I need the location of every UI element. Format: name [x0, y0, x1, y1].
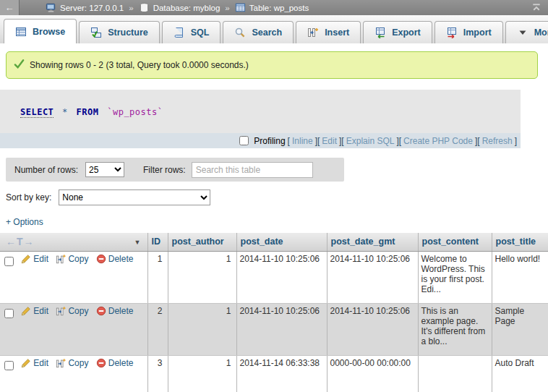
tab-label: Import — [463, 27, 492, 38]
cell-post-date[interactable]: 2014-11-10 10:25:06 — [236, 303, 327, 355]
bracket: [ — [341, 136, 343, 146]
back-arrow-icon: ← — [5, 2, 14, 13]
back-button[interactable]: ← — [0, 0, 20, 15]
delete-icon — [96, 358, 106, 368]
bracket: [ — [477, 136, 479, 146]
tab-import[interactable]: Import — [434, 21, 503, 43]
tab-label: Structure — [108, 27, 148, 38]
cell-post-date-gmt[interactable]: 2014-11-10 10:25:06 — [327, 303, 418, 355]
header-post-author[interactable]: post_author — [168, 233, 236, 251]
copy-action[interactable]: Copy — [56, 306, 88, 316]
query-link-explain-sql[interactable]: Explain SQL — [346, 136, 395, 146]
header-post-date-gmt[interactable]: post_date_gmt — [327, 233, 418, 251]
delete-action[interactable]: Delete — [96, 358, 134, 368]
table-row: Edit Copy Delete 2 1 2014-11-10 10:25:06… — [0, 303, 548, 355]
delete-link[interactable]: Delete — [108, 358, 134, 368]
delete-link[interactable]: Delete — [108, 254, 134, 264]
query-link-refresh[interactable]: Refresh — [482, 136, 513, 146]
sort-by-key-select[interactable]: None — [59, 189, 210, 205]
cell-id[interactable]: 3 — [147, 355, 168, 392]
profiling-checkbox[interactable] — [239, 136, 249, 145]
edit-link[interactable]: Edit — [33, 254, 48, 264]
cell-post-date-gmt[interactable]: 2014-11-10 10:25:06 — [327, 251, 418, 303]
cell-post-content[interactable]: This is an example page. It's different … — [418, 303, 492, 355]
cell-post-title[interactable]: Auto Draft — [492, 355, 548, 392]
filter-rows-input[interactable] — [192, 162, 313, 178]
export-icon — [374, 27, 386, 38]
database-icon — [139, 2, 150, 13]
cell-id[interactable]: 1 — [147, 251, 168, 303]
server-icon — [46, 2, 56, 13]
collapse-panel-icon[interactable] — [531, 2, 542, 13]
cell-post-date[interactable]: 2014-11-14 06:33:38 — [236, 355, 327, 392]
cell-id[interactable]: 2 — [147, 303, 168, 355]
row-checkbox[interactable] — [4, 361, 14, 370]
cell-post-date-gmt[interactable]: 0000-00-00 00:00:00 — [327, 355, 418, 392]
bracket: [ — [399, 136, 401, 146]
edit-link[interactable]: Edit — [33, 358, 48, 368]
bracket: [ — [317, 136, 320, 146]
delete-icon — [96, 306, 106, 316]
cell-post-date[interactable]: 2014-11-10 10:25:06 — [236, 251, 327, 303]
edit-pencil-icon — [21, 306, 31, 316]
header-post-title[interactable]: post_title — [492, 233, 548, 251]
tab-export[interactable]: Export — [363, 21, 432, 43]
tab-insert[interactable]: Insert — [296, 21, 361, 43]
sort-indicator-icon[interactable]: ▼ — [134, 239, 141, 246]
cell-post-author[interactable]: 1 — [168, 251, 236, 303]
cell-post-title[interactable]: Sample Page — [492, 303, 548, 355]
options-toggle-link[interactable]: + Options — [6, 217, 43, 227]
rows-control-bar: Number of rows: 25 Filter rows: — [6, 158, 344, 182]
tab-label: More — [534, 27, 548, 38]
delete-action[interactable]: Delete — [96, 306, 134, 316]
header-id[interactable]: ID — [147, 233, 168, 251]
transpose-control[interactable]: ←T→ — [4, 236, 35, 247]
header-post-date[interactable]: post_date — [236, 233, 327, 251]
cell-post-content[interactable] — [418, 355, 492, 392]
row-checkbox[interactable] — [4, 309, 14, 318]
breadcrumb: Server: 127.0.0.1 » Database: myblog » T… — [46, 2, 309, 13]
sql-table-name: `wp_posts` — [107, 107, 163, 117]
tab-search[interactable]: Search — [223, 21, 294, 43]
number-of-rows-select[interactable]: 25 — [85, 162, 124, 177]
query-links: [Inline][Edit][Explain SQL][Create PHP C… — [288, 136, 517, 146]
edit-action[interactable]: Edit — [21, 358, 48, 368]
copy-action[interactable]: Copy — [56, 358, 88, 368]
copy-icon — [56, 254, 66, 264]
header-actions[interactable]: ←T→ ▼ — [0, 233, 147, 251]
edit-action[interactable]: Edit — [21, 306, 48, 316]
breadcrumb-separator: » — [129, 4, 133, 12]
copy-icon — [56, 358, 66, 368]
edit-action[interactable]: Edit — [21, 254, 48, 264]
query-link-inline[interactable]: Inline — [292, 136, 313, 146]
tab-structure[interactable]: Structure — [79, 21, 160, 43]
breadcrumb-server[interactable]: Server: 127.0.0.1 — [60, 4, 124, 12]
cell-post-author[interactable]: 1 — [168, 303, 236, 355]
row-actions-cell: Edit Copy Delete — [0, 303, 147, 355]
cell-post-content[interactable]: Welcome to WordPress. This is your first… — [418, 251, 492, 303]
tab-more[interactable]: More — [505, 21, 548, 43]
status-message-text: Showing rows 0 - 2 (3 total, Query took … — [30, 60, 249, 70]
bracket: ] — [515, 136, 517, 146]
insert-icon — [307, 27, 319, 38]
breadcrumb-table[interactable]: Table: wp_posts — [249, 4, 309, 12]
cell-post-author[interactable]: 1 — [168, 355, 236, 392]
query-actions-bar: Profiling [Inline][Edit][Explain SQL][Cr… — [0, 133, 521, 148]
copy-icon — [56, 306, 66, 316]
copy-link[interactable]: Copy — [68, 358, 88, 368]
cell-post-title[interactable]: Hello world! — [492, 251, 548, 303]
delete-link[interactable]: Delete — [108, 306, 134, 316]
table-icon — [235, 2, 246, 13]
copy-link[interactable]: Copy — [68, 254, 88, 264]
edit-link[interactable]: Edit — [33, 306, 48, 316]
breadcrumb-database[interactable]: Database: myblog — [153, 4, 221, 12]
delete-action[interactable]: Delete — [96, 254, 134, 264]
header-post-content[interactable]: post_content — [418, 233, 492, 251]
tab-sql[interactable]: SQL — [162, 21, 221, 43]
query-link-edit[interactable]: Edit — [322, 136, 337, 146]
copy-link[interactable]: Copy — [68, 306, 88, 316]
copy-action[interactable]: Copy — [56, 254, 88, 264]
row-checkbox[interactable] — [4, 257, 14, 266]
query-link-create-php-code[interactable]: Create PHP Code — [403, 136, 473, 146]
tab-browse[interactable]: Browse — [4, 19, 77, 43]
